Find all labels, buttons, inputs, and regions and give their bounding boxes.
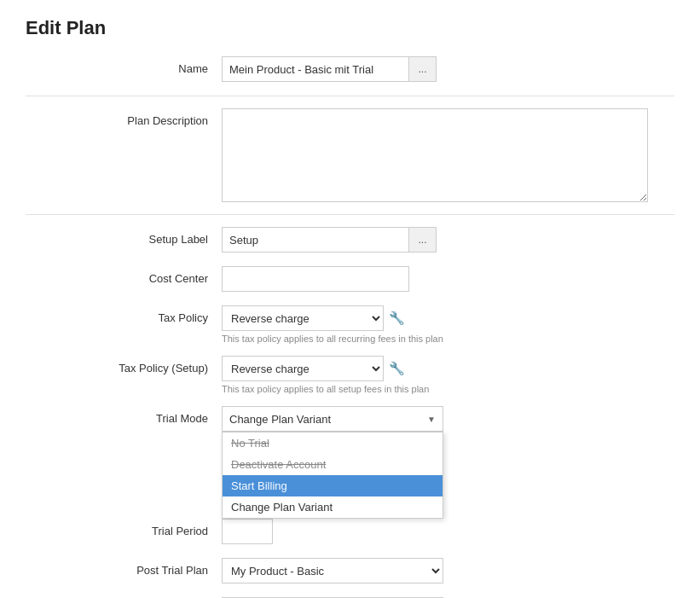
tax-policy-setup-wrench-icon[interactable]: 🔧: [389, 361, 405, 376]
trial-mode-row: Trial Mode Change Plan Variant ▼ No Tria…: [26, 406, 674, 433]
tax-policy-setup-select-group: Reverse charge Standard Reduced Zero 🔧: [222, 356, 674, 381]
trial-mode-dropdown-container: Change Plan Variant ▼ No Trial Deactivat…: [222, 406, 674, 432]
trial-period-label: Trial Period: [26, 519, 222, 539]
plan-description-control: [222, 108, 674, 202]
tax-policy-wrench-icon[interactable]: 🔧: [389, 311, 405, 326]
cost-center-input[interactable]: [222, 266, 409, 292]
setup-label-control: Setup ...: [222, 227, 674, 253]
name-input[interactable]: Mein Product - Basic mit Trial: [222, 56, 409, 82]
trial-mode-label: Trial Mode: [26, 406, 222, 427]
post-trial-plan-row: Post Trial Plan My Product - Basic: [26, 558, 674, 585]
tax-policy-row: Tax Policy Reverse charge Standard Reduc…: [26, 305, 674, 344]
setup-ellipsis-button[interactable]: ...: [409, 227, 437, 253]
tax-policy-setup-select[interactable]: Reverse charge Standard Reduced Zero: [222, 356, 384, 381]
name-control: Mein Product - Basic mit Trial ...: [222, 56, 674, 82]
dropdown-item-change-plan-variant[interactable]: Change Plan Variant: [223, 496, 443, 518]
divider-1: [26, 96, 674, 96]
trial-period-control: [222, 519, 674, 544]
tax-policy-setup-control: Reverse charge Standard Reduced Zero 🔧 T…: [222, 356, 674, 394]
tax-policy-setup-row: Tax Policy (Setup) Reverse charge Standa…: [26, 356, 674, 394]
setup-label-row: Setup Label Setup ...: [26, 227, 674, 254]
dropdown-item-no-trial[interactable]: No Trial: [223, 433, 443, 454]
trial-mode-trigger[interactable]: Change Plan Variant ▼: [222, 406, 443, 432]
divider-2: [26, 214, 674, 215]
cost-center-label: Cost Center: [26, 266, 222, 287]
plan-description-row: Plan Description: [26, 108, 674, 202]
plan-description-label: Plan Description: [26, 108, 222, 129]
tax-policy-hint: This tax policy applies to all recurring…: [222, 334, 674, 344]
name-ellipsis-button[interactable]: ...: [409, 56, 437, 82]
setup-label-input[interactable]: Setup: [222, 227, 409, 253]
cost-center-row: Cost Center: [26, 266, 674, 293]
dropdown-item-start-billing[interactable]: Start Billing: [223, 475, 443, 496]
trial-mode-dropdown: No Trial Deactivate Account Start Billin…: [222, 432, 443, 519]
plan-description-textarea[interactable]: [222, 108, 648, 202]
trial-period-input[interactable]: [222, 519, 273, 544]
trial-mode-control: Change Plan Variant ▼ No Trial Deactivat…: [222, 406, 674, 432]
setup-input-group: Setup ...: [222, 227, 674, 253]
post-trial-plan-select[interactable]: My Product - Basic: [222, 558, 443, 583]
trial-mode-selected-value: Change Plan Variant: [229, 413, 331, 426]
chevron-down-icon: ▼: [427, 415, 436, 424]
tax-policy-select-group: Reverse charge Standard Reduced Zero 🔧: [222, 305, 674, 331]
tax-policy-setup-hint: This tax policy applies to all setup fee…: [222, 384, 674, 394]
name-input-group: Mein Product - Basic mit Trial ...: [222, 56, 674, 82]
tax-policy-label: Tax Policy: [26, 305, 222, 326]
cost-center-control: [222, 266, 674, 292]
dropdown-item-deactivate-account[interactable]: Deactivate Account: [223, 454, 443, 475]
tax-policy-select[interactable]: Reverse charge Standard Reduced Zero: [222, 305, 384, 331]
post-trial-plan-label: Post Trial Plan: [26, 558, 222, 578]
page-container: Edit Plan Name Mein Product - Basic mit …: [0, 0, 700, 598]
page-title: Edit Plan: [26, 17, 674, 39]
post-trial-plan-control: My Product - Basic: [222, 558, 674, 583]
setup-label-label: Setup Label: [26, 227, 222, 247]
name-label: Name: [26, 56, 222, 77]
tax-policy-control: Reverse charge Standard Reduced Zero 🔧 T…: [222, 305, 674, 344]
tax-policy-setup-label: Tax Policy (Setup): [26, 356, 222, 376]
name-row: Name Mein Product - Basic mit Trial ...: [26, 56, 674, 84]
trial-period-row: Trial Period: [26, 519, 674, 546]
